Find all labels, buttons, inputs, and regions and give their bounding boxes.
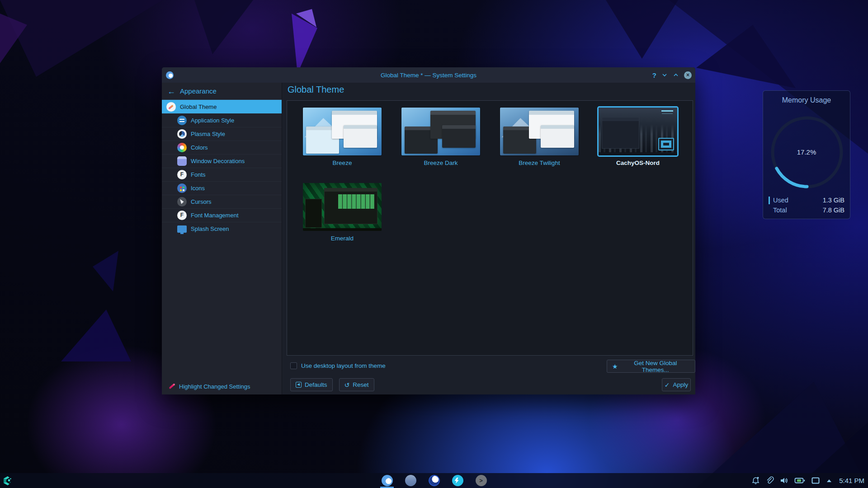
theme-name: CachyOS-Nord — [598, 160, 678, 166]
sidebar-item-label: Splash Screen — [191, 225, 229, 232]
titlebar[interactable]: Global Theme * — System Settings ? × — [162, 67, 695, 83]
plasma-style-icon — [177, 129, 187, 139]
system-settings-window: Global Theme * — System Settings ? × ← A… — [162, 67, 695, 394]
sidebar-item-label: Fonts — [191, 171, 206, 178]
check-icon: ✓ — [665, 382, 670, 388]
sidebar-item-fonts[interactable]: F Fonts — [162, 168, 282, 181]
memory-used-value: 1.3 GiB — [823, 197, 844, 204]
sidebar-item-colors[interactable]: Colors — [162, 141, 282, 154]
theme-name: Emerald — [302, 235, 382, 242]
font-management-icon: F — [177, 211, 187, 220]
theme-thumbnail-cachyos-nord — [599, 108, 677, 155]
fonts-icon: F — [177, 170, 187, 179]
minimize-button[interactable] — [661, 72, 668, 78]
get-new-global-themes-button[interactable]: ★ Get New Global Themes... — [607, 360, 695, 373]
theme-card-cachyos-nord[interactable]: CachyOS-Nord — [598, 108, 678, 166]
memory-percent: 17.2% — [763, 148, 850, 156]
reset-icon: ↺ — [344, 382, 350, 388]
sidebar-item-label: Colors — [191, 144, 208, 151]
sidebar-item-splash-screen[interactable]: Splash Screen — [162, 222, 282, 235]
sidebar: ← Appearance Global Theme Application St… — [162, 83, 282, 394]
sidebar-item-global-theme[interactable]: Global Theme — [162, 100, 282, 113]
notifications-bell-icon[interactable] — [751, 476, 760, 485]
sidebar-item-icons[interactable]: Icons — [162, 181, 282, 195]
task-file-manager[interactable] — [402, 473, 419, 488]
maximize-button[interactable] — [673, 72, 679, 78]
task-terminal[interactable]: > — [472, 473, 490, 488]
app-icon — [166, 71, 174, 79]
file-manager-task-icon — [405, 475, 416, 486]
main-content: Global Theme Breeze Breeze Dark — [282, 83, 695, 394]
highlight-brush-icon — [168, 383, 175, 390]
highlight-changed-settings[interactable]: Highlight Changed Settings — [162, 383, 282, 390]
memory-total-value: 7.8 GiB — [823, 206, 844, 214]
system-tray: 5:41 PM — [751, 473, 864, 488]
icons-icon — [177, 183, 187, 193]
theme-card-emerald[interactable]: Emerald — [302, 183, 382, 242]
use-desktop-layout-label: Use desktop layout from theme — [301, 362, 386, 369]
window-decorations-icon — [177, 156, 187, 166]
terminal-task-icon: > — [476, 475, 487, 486]
colors-icon — [177, 143, 187, 152]
sidebar-header-label: Appearance — [180, 87, 217, 95]
desktop-wallpaper: Global Theme * — System Settings ? × ← A… — [0, 0, 868, 488]
theme-thumbnail-breeze — [303, 108, 382, 155]
window-title: Global Theme * — System Settings — [162, 72, 695, 79]
theme-name: Breeze — [302, 160, 382, 166]
global-theme-icon — [166, 102, 176, 112]
task-kde-app[interactable] — [449, 473, 466, 488]
theme-thumbnail-breeze-dark — [401, 108, 480, 155]
page-title: Global Theme — [288, 84, 344, 95]
help-button[interactable]: ? — [652, 71, 656, 79]
apply-button[interactable]: ✓ Apply — [662, 378, 691, 391]
theme-name: Breeze Twilight — [499, 160, 580, 166]
sidebar-item-label: Plasma Style — [191, 131, 225, 137]
system-settings-task-icon — [382, 475, 393, 486]
theme-card-breeze-dark[interactable]: Breeze Dark — [401, 108, 481, 166]
display-icon[interactable] — [811, 476, 820, 485]
sidebar-item-window-decorations[interactable]: Window Decorations — [162, 154, 282, 168]
task-browser[interactable] — [425, 473, 443, 488]
theme-thumbnail-emerald — [303, 183, 382, 231]
theme-grid-panel: Breeze Breeze Dark Breeze Twilight — [287, 100, 693, 356]
tray-expander-icon[interactable] — [826, 478, 832, 484]
star-icon: ★ — [612, 363, 618, 370]
sidebar-item-label: Icons — [191, 185, 205, 192]
theme-card-breeze[interactable]: Breeze — [302, 108, 382, 166]
sidebar-item-application-style[interactable]: Application Style — [162, 113, 282, 127]
clipboard-paperclip-icon[interactable] — [766, 476, 774, 485]
sidebar-item-label: Global Theme — [180, 103, 217, 110]
use-desktop-layout-checkbox[interactable] — [290, 362, 297, 369]
app-launcher-button[interactable] — [0, 473, 15, 488]
back-arrow-icon[interactable]: ← — [167, 87, 175, 95]
application-style-icon — [177, 116, 187, 125]
reset-button[interactable]: ↺ Reset — [339, 378, 374, 391]
sidebar-item-cursors[interactable]: Cursors — [162, 195, 282, 208]
close-button[interactable]: × — [684, 71, 692, 79]
memory-total-row: Total 7.8 GiB — [769, 205, 844, 215]
theme-card-breeze-twilight[interactable]: Breeze Twilight — [499, 108, 580, 166]
sidebar-item-label: Application Style — [191, 117, 234, 124]
cursors-icon — [177, 197, 187, 206]
memory-ring-chart — [763, 103, 851, 193]
memory-used-row: Used 1.3 GiB — [769, 195, 844, 205]
kde-app-task-icon — [452, 475, 463, 486]
defaults-icon — [296, 382, 302, 388]
splash-screen-icon — [177, 225, 187, 233]
memory-usage-widget[interactable]: Memory Usage 17.2% Used 1.3 GiB Total 7.… — [763, 90, 850, 219]
sidebar-item-plasma-style[interactable]: Plasma Style — [162, 127, 282, 141]
sidebar-item-font-management[interactable]: F Font Management — [162, 208, 282, 222]
sidebar-header[interactable]: ← Appearance — [162, 83, 282, 100]
cachyos-logo-icon — [2, 476, 13, 486]
highlight-changed-label: Highlight Changed Settings — [179, 383, 250, 390]
task-manager: > — [378, 473, 490, 488]
taskbar: > — [0, 473, 868, 488]
sidebar-item-label: Font Management — [191, 212, 239, 219]
task-system-settings[interactable] — [378, 473, 396, 488]
sidebar-item-label: Cursors — [191, 198, 212, 205]
clock[interactable]: 5:41 PM — [839, 477, 864, 484]
theme-name: Breeze Dark — [401, 160, 481, 166]
defaults-button[interactable]: Defaults — [290, 378, 333, 391]
battery-icon[interactable] — [794, 476, 805, 485]
volume-icon[interactable] — [780, 476, 788, 485]
